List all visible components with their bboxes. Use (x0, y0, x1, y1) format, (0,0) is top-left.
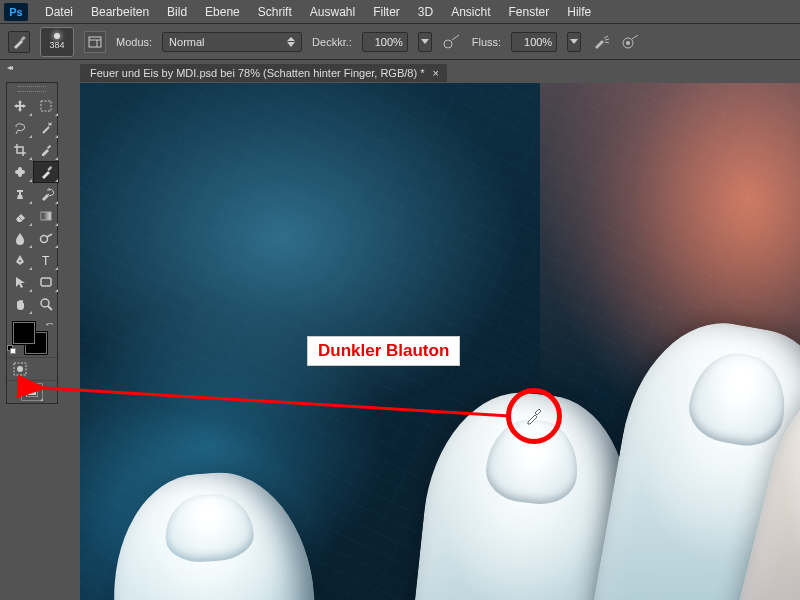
menu-bar: Ps Datei Bearbeiten Bild Ebene Schrift A… (0, 0, 800, 24)
svg-line-19 (48, 306, 52, 310)
tab-close-button[interactable]: × (432, 67, 438, 79)
svg-rect-12 (41, 212, 51, 220)
eyedropper-tool[interactable] (33, 139, 59, 161)
crop-tool[interactable] (7, 139, 33, 161)
blend-mode-value: Normal (169, 36, 204, 48)
tools-panel: T ⤺ (6, 82, 58, 404)
double-chevron-icon: ◂◂ (7, 63, 11, 72)
blur-tool[interactable] (7, 227, 33, 249)
menu-select[interactable]: Auswahl (301, 3, 364, 21)
magic-wand-tool[interactable] (33, 117, 59, 139)
svg-rect-1 (89, 37, 101, 47)
clone-stamp-tool[interactable] (7, 183, 33, 205)
menu-image[interactable]: Bild (158, 3, 196, 21)
flow-field[interactable]: 100% (511, 32, 557, 52)
svg-point-15 (19, 260, 21, 262)
menu-view[interactable]: Ansicht (442, 3, 499, 21)
zoom-tool[interactable] (33, 293, 59, 315)
document-tab-bar: Feuer und Eis by MDI.psd bei 78% (Schatt… (80, 63, 447, 83)
eraser-tool[interactable] (7, 205, 33, 227)
color-swatches: ⤺ (7, 319, 57, 355)
svg-text:T: T (42, 254, 50, 268)
flow-value: 100% (524, 36, 552, 48)
tool-preset-picker[interactable] (8, 31, 30, 53)
brush-icon (12, 35, 26, 49)
svg-rect-23 (28, 389, 36, 395)
menu-filter[interactable]: Filter (364, 3, 409, 21)
svg-point-6 (626, 41, 630, 45)
menu-help[interactable]: Hilfe (558, 3, 600, 21)
svg-point-4 (444, 40, 452, 48)
menu-edit[interactable]: Bearbeiten (82, 3, 158, 21)
pen-tool[interactable] (7, 249, 33, 271)
opacity-label: Deckkr.: (312, 36, 352, 48)
svg-rect-10 (18, 167, 22, 177)
menu-type[interactable]: Schrift (249, 3, 301, 21)
move-tool[interactable] (7, 95, 33, 117)
foreground-swatch[interactable] (13, 322, 35, 344)
blend-mode-select[interactable]: Normal (162, 32, 302, 52)
airbrush-icon (592, 34, 610, 50)
brush-panel-toggle[interactable] (84, 31, 106, 53)
chevron-down-icon (287, 42, 295, 47)
svg-point-18 (41, 299, 49, 307)
document-tab[interactable]: Feuer und Eis by MDI.psd bei 78% (Schatt… (80, 64, 447, 82)
chevron-down-icon (421, 39, 429, 44)
quickmask-toggle[interactable] (7, 358, 32, 380)
type-tool[interactable]: T (33, 249, 59, 271)
annotation-circle (506, 388, 562, 444)
opacity-slider-toggle[interactable] (418, 32, 432, 52)
eyedropper-cursor-icon (524, 406, 544, 426)
gradient-tool[interactable] (33, 205, 59, 227)
shape-tool[interactable] (33, 271, 59, 293)
brush-preview-dot (54, 33, 60, 39)
healing-brush-tool[interactable] (7, 161, 33, 183)
menu-window[interactable]: Fenster (500, 3, 559, 21)
opacity-field[interactable]: 100% (362, 32, 408, 52)
pressure-size-toggle[interactable] (621, 32, 641, 52)
airbrush-toggle[interactable] (591, 32, 611, 52)
svg-point-13 (41, 236, 48, 243)
dodge-tool[interactable] (33, 227, 59, 249)
annotation-label: Dunkler Blauton (307, 336, 460, 366)
svg-point-21 (17, 366, 23, 372)
menu-3d[interactable]: 3D (409, 3, 442, 21)
opacity-value: 100% (375, 36, 403, 48)
svg-rect-11 (47, 166, 52, 171)
tablet-pressure-size-icon (622, 34, 640, 50)
panel-dock-toggle[interactable]: ◂◂ (0, 60, 17, 74)
lasso-tool[interactable] (7, 117, 33, 139)
svg-rect-7 (41, 101, 51, 111)
app-logo: Ps (4, 3, 28, 21)
screenmode-toggle[interactable] (21, 383, 43, 401)
brush-tool[interactable] (33, 161, 59, 183)
path-selection-tool[interactable] (7, 271, 33, 293)
svg-rect-17 (41, 278, 51, 286)
svg-rect-25 (535, 409, 541, 415)
swap-colors-icon[interactable]: ⤺ (46, 319, 54, 329)
hand-tool[interactable] (7, 293, 33, 315)
chevron-down-icon (570, 39, 578, 44)
mode-label: Modus: (116, 36, 152, 48)
brush-preset-picker[interactable]: 384 (40, 27, 74, 57)
flow-slider-toggle[interactable] (567, 32, 581, 52)
pressure-opacity-toggle[interactable] (442, 32, 462, 52)
panel-icon (88, 35, 102, 49)
svg-line-14 (47, 234, 52, 237)
menu-layer[interactable]: Ebene (196, 3, 249, 21)
flow-label: Fluss: (472, 36, 501, 48)
tablet-pressure-icon (443, 34, 461, 50)
history-brush-tool[interactable] (33, 183, 59, 205)
chevron-up-icon (287, 37, 295, 41)
options-bar: 384 Modus: Normal Deckkr.: 100% Fluss: 1… (0, 24, 800, 60)
marquee-tool[interactable] (33, 95, 59, 117)
svg-rect-8 (47, 145, 51, 149)
brush-size-value: 384 (49, 40, 64, 50)
default-colors-icon[interactable] (7, 345, 17, 355)
panel-grip[interactable] (7, 83, 57, 95)
document-title: Feuer und Eis by MDI.psd bei 78% (Schatt… (90, 67, 424, 79)
menu-file[interactable]: Datei (36, 3, 82, 21)
